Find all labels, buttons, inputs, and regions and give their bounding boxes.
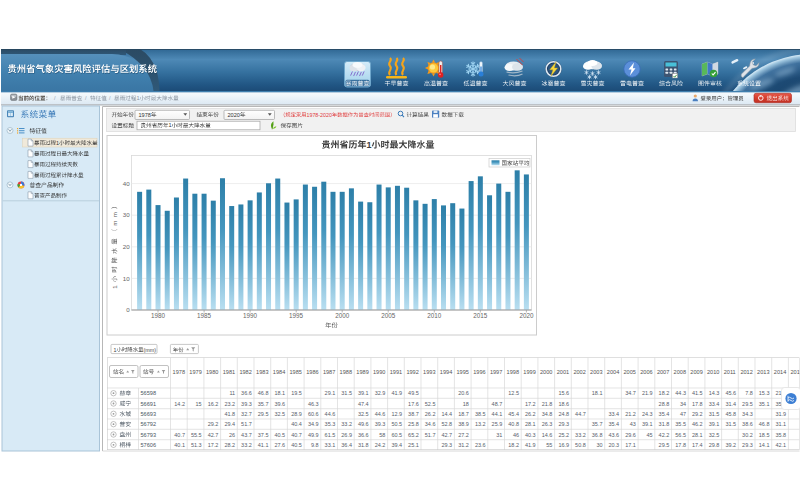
svg-text:29.3: 29.3 xyxy=(558,421,569,427)
svg-text:18.5: 18.5 xyxy=(759,432,770,438)
svg-text:31.5: 31.5 xyxy=(341,390,352,396)
svg-text:45.8: 45.8 xyxy=(725,411,736,417)
svg-text:2010: 2010 xyxy=(707,369,719,375)
svg-text:29.8: 29.8 xyxy=(709,442,720,448)
svg-text:18.7: 18.7 xyxy=(458,411,469,417)
svg-text:29.5: 29.5 xyxy=(742,401,753,407)
svg-text:1: 1 xyxy=(169,122,172,128)
svg-text:28.1: 28.1 xyxy=(525,421,536,427)
svg-text:31.1: 31.1 xyxy=(775,421,786,427)
svg-text:14.1: 14.1 xyxy=(759,442,770,448)
svg-text:29.2: 29.2 xyxy=(208,421,219,427)
svg-text:35.4: 35.4 xyxy=(659,411,670,417)
svg-text:17.4: 17.4 xyxy=(692,442,703,448)
svg-text:41.1: 41.1 xyxy=(258,442,269,448)
svg-text:33.4: 33.4 xyxy=(709,401,720,407)
svg-text:24.2: 24.2 xyxy=(375,442,386,448)
svg-text:44.1: 44.1 xyxy=(492,411,503,417)
svg-text:1988: 1988 xyxy=(340,369,352,375)
svg-text:1980: 1980 xyxy=(151,312,166,319)
svg-text:1993: 1993 xyxy=(423,369,435,375)
svg-text:18.2: 18.2 xyxy=(659,390,670,396)
svg-text:26.2: 26.2 xyxy=(525,411,536,417)
svg-text:33.2: 33.2 xyxy=(241,442,252,448)
svg-text:1: 1 xyxy=(136,95,139,101)
svg-text:46: 46 xyxy=(513,432,519,438)
svg-text:45.4: 45.4 xyxy=(508,411,519,417)
svg-text:29.1: 29.1 xyxy=(325,390,336,396)
svg-text:32.9: 32.9 xyxy=(375,390,386,396)
svg-text:27.2: 27.2 xyxy=(458,432,469,438)
svg-text:2014: 2014 xyxy=(774,369,786,375)
svg-text:1978-2020: 1978-2020 xyxy=(307,112,332,118)
svg-text:60.6: 60.6 xyxy=(308,411,319,417)
svg-text:42.7: 42.7 xyxy=(208,432,219,438)
svg-text:11: 11 xyxy=(229,390,235,396)
svg-text:29.5: 29.5 xyxy=(659,442,670,448)
svg-text:51.7: 51.7 xyxy=(241,421,252,427)
svg-text:15: 15 xyxy=(196,401,202,407)
svg-text:18.6: 18.6 xyxy=(558,401,569,407)
svg-text:15.3: 15.3 xyxy=(759,390,770,396)
svg-text:31.8: 31.8 xyxy=(358,442,369,448)
svg-text:32.5: 32.5 xyxy=(274,411,285,417)
svg-text:23.6: 23.6 xyxy=(475,442,486,448)
svg-text:16.9: 16.9 xyxy=(558,442,569,448)
svg-text:43.7: 43.7 xyxy=(241,432,252,438)
svg-text:26: 26 xyxy=(229,432,235,438)
svg-text:47.4: 47.4 xyxy=(358,401,369,407)
svg-text:37.5: 37.5 xyxy=(258,432,269,438)
svg-text:39.6: 39.6 xyxy=(274,401,285,407)
svg-text:18: 18 xyxy=(463,401,469,407)
svg-text:40.3: 40.3 xyxy=(525,432,536,438)
svg-text:39.3: 39.3 xyxy=(241,401,252,407)
svg-text:32.5: 32.5 xyxy=(709,432,720,438)
svg-text:49.6: 49.6 xyxy=(358,421,369,427)
svg-text:18.2: 18.2 xyxy=(508,442,519,448)
svg-text:19.5: 19.5 xyxy=(291,390,302,396)
svg-text:35.3: 35.3 xyxy=(325,421,336,427)
svg-text:29.3: 29.3 xyxy=(441,442,452,448)
svg-text:17.6: 17.6 xyxy=(408,401,419,407)
svg-text:26.2: 26.2 xyxy=(425,411,436,417)
svg-text:58: 58 xyxy=(379,432,385,438)
svg-text:1983: 1983 xyxy=(256,369,268,375)
svg-text:1992: 1992 xyxy=(406,369,418,375)
svg-text:41.9: 41.9 xyxy=(525,442,536,448)
svg-text:1981: 1981 xyxy=(223,369,235,375)
svg-text:42.2: 42.2 xyxy=(659,432,670,438)
svg-text:56693: 56693 xyxy=(141,411,157,417)
svg-text:39.1: 39.1 xyxy=(642,421,653,427)
svg-text:15.6: 15.6 xyxy=(558,390,569,396)
svg-text:20.6: 20.6 xyxy=(458,390,469,396)
svg-text:20: 20 xyxy=(123,243,130,250)
svg-text:2020: 2020 xyxy=(519,312,534,319)
svg-text:57606: 57606 xyxy=(141,442,157,448)
svg-text:50.8: 50.8 xyxy=(575,442,586,448)
svg-text:20.3: 20.3 xyxy=(608,442,619,448)
svg-text:17.2: 17.2 xyxy=(525,401,536,407)
svg-text:10: 10 xyxy=(123,275,130,282)
svg-text:32.7: 32.7 xyxy=(241,411,252,417)
svg-text:40.7: 40.7 xyxy=(291,432,302,438)
svg-text:2004: 2004 xyxy=(607,369,619,375)
svg-text:47: 47 xyxy=(680,411,686,417)
svg-text:31.8: 31.8 xyxy=(659,421,670,427)
svg-text:43: 43 xyxy=(630,421,636,427)
svg-text:2000: 2000 xyxy=(540,369,552,375)
svg-text:1989: 1989 xyxy=(356,369,368,375)
svg-text:1995: 1995 xyxy=(289,312,304,319)
svg-text:60.5: 60.5 xyxy=(391,432,402,438)
svg-text:46.2: 46.2 xyxy=(692,421,703,427)
svg-text:43.6: 43.6 xyxy=(608,432,619,438)
svg-text:17.8: 17.8 xyxy=(692,401,703,407)
svg-text:26.3: 26.3 xyxy=(542,421,553,427)
svg-text:34.7: 34.7 xyxy=(625,390,636,396)
svg-text:30: 30 xyxy=(596,442,602,448)
svg-text:0: 0 xyxy=(126,306,130,313)
svg-text:35.7: 35.7 xyxy=(592,421,603,427)
svg-text:2005: 2005 xyxy=(381,312,396,319)
svg-text:50.5: 50.5 xyxy=(391,421,402,427)
svg-text:31.5: 31.5 xyxy=(709,411,720,417)
svg-text:31.2: 31.2 xyxy=(458,442,469,448)
